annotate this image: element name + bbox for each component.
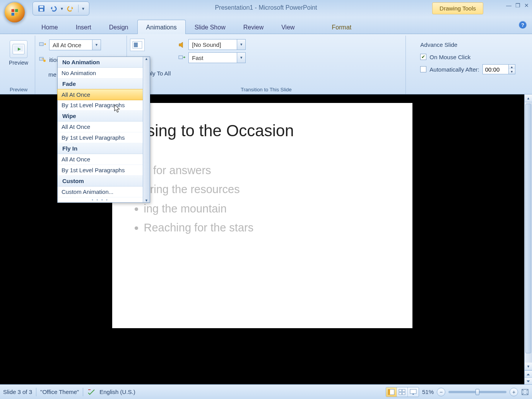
help-button[interactable]: ? bbox=[519, 21, 527, 29]
time-up-button[interactable]: ▲ bbox=[509, 65, 515, 69]
svg-rect-3 bbox=[12, 13, 15, 16]
close-button[interactable]: ✕ bbox=[524, 2, 529, 9]
contextual-tab-drawing-tools: Drawing Tools bbox=[432, 2, 483, 14]
slide-canvas[interactable]: Rising to the Occasion h for answers eri… bbox=[112, 103, 412, 328]
transition-sound-dropdown[interactable]: [No Sound] ▼ bbox=[188, 39, 246, 50]
group-transition-label: Transition to This Slide bbox=[130, 86, 402, 94]
animate-dropdown[interactable]: All At Once ▼ bbox=[49, 39, 101, 50]
transition-gallery[interactable] bbox=[130, 39, 171, 51]
bullet-item: ering the resources bbox=[144, 180, 254, 199]
animate-icon bbox=[38, 41, 47, 49]
zoom-slider[interactable] bbox=[448, 391, 506, 393]
restore-button[interactable]: ❐ bbox=[515, 2, 520, 9]
sorter-view-button[interactable] bbox=[397, 387, 408, 397]
auto-after-time-spinner[interactable]: ▲ ▼ bbox=[482, 64, 515, 74]
next-slide-button[interactable]: ⏷ bbox=[525, 377, 532, 384]
qat-customize-dropdown[interactable]: ▼ bbox=[80, 7, 86, 11]
transition-speed-dropdown[interactable]: Fast ▼ bbox=[188, 52, 246, 63]
spellcheck-icon[interactable] bbox=[87, 388, 96, 396]
scroll-up-icon[interactable]: ▲ bbox=[145, 57, 148, 61]
auto-after-checkbox[interactable] bbox=[420, 66, 426, 72]
dd-item-wipe-by-1st[interactable]: By 1st Level Paragraphs bbox=[58, 132, 143, 143]
svg-point-13 bbox=[43, 60, 46, 62]
slide-title[interactable]: Rising to the Occasion bbox=[132, 122, 294, 140]
vertical-scrollbar[interactable]: ▲ ▼ ⏶ ⏷ bbox=[524, 94, 532, 384]
dd-item-fade-by-1st[interactable]: By 1st Level Paragraphs bbox=[58, 100, 143, 111]
chevron-down-icon[interactable]: ▼ bbox=[237, 53, 245, 63]
svg-rect-22 bbox=[402, 389, 405, 392]
scroll-up-button[interactable]: ▲ bbox=[525, 94, 532, 102]
dd-item-fly-in-all-at-once[interactable]: All At Once bbox=[58, 154, 143, 165]
bullet-item: Reaching for the stars bbox=[144, 218, 254, 237]
dd-header-fade: Fade bbox=[58, 79, 143, 89]
time-down-button[interactable]: ▼ bbox=[509, 69, 515, 74]
undo-button[interactable] bbox=[48, 3, 58, 14]
custom-animation-icon bbox=[38, 55, 47, 64]
tab-home[interactable]: Home bbox=[33, 20, 67, 34]
tab-review[interactable]: Review bbox=[234, 20, 272, 34]
group-advance-slide: Advance Slide ✔ On Mouse Click Automatic… bbox=[406, 36, 530, 94]
undo-dropdown[interactable]: ▼ bbox=[59, 7, 65, 11]
office-button[interactable] bbox=[4, 2, 26, 23]
dd-item-no-animation[interactable]: No Animation bbox=[58, 68, 143, 79]
svg-rect-4 bbox=[15, 13, 18, 16]
dd-header-custom: Custom bbox=[58, 176, 143, 187]
group-preview: Preview Preview bbox=[2, 36, 35, 94]
chevron-down-icon[interactable]: ▼ bbox=[92, 40, 101, 50]
language-status[interactable]: English (U.S.) bbox=[99, 389, 135, 395]
auto-after-label: Automatically After: bbox=[429, 66, 479, 73]
dd-item-fade-all-at-once[interactable]: All At Once bbox=[57, 89, 143, 100]
slide-bullets[interactable]: h for answers ering the resources ing th… bbox=[134, 161, 254, 237]
tab-format[interactable]: Format bbox=[323, 20, 361, 34]
slide-number-status: Slide 3 of 3 bbox=[3, 389, 32, 395]
dd-item-custom-animation[interactable]: Custom Animation... bbox=[58, 187, 143, 197]
ribbon-tabs: Home Insert Design Animations Slide Show… bbox=[0, 17, 532, 34]
dd-item-fly-in-by-1st[interactable]: By 1st Level Paragraphs bbox=[58, 165, 143, 176]
dd-item-wipe-all-at-once[interactable]: All At Once bbox=[58, 122, 143, 132]
dropdown-scrollbar[interactable]: ▲ ▼ bbox=[143, 57, 150, 202]
zoom-in-button[interactable]: + bbox=[510, 388, 518, 396]
tab-view[interactable]: View bbox=[272, 20, 303, 34]
svg-rect-23 bbox=[399, 392, 402, 395]
dd-header-wipe: Wipe bbox=[58, 111, 143, 122]
quick-access-toolbar: ▼ ▼ bbox=[33, 2, 89, 15]
advance-slide-header: Advance Slide bbox=[420, 39, 515, 50]
auto-after-time-value[interactable] bbox=[483, 65, 508, 74]
svg-rect-25 bbox=[410, 389, 416, 394]
chevron-down-icon[interactable]: ▼ bbox=[237, 39, 245, 50]
svg-rect-11 bbox=[39, 43, 43, 46]
svg-rect-26 bbox=[412, 394, 414, 395]
tab-slide-show[interactable]: Slide Show bbox=[186, 20, 234, 34]
dropdown-resize-handle[interactable]: • • • • bbox=[58, 197, 143, 202]
minimize-button[interactable]: — bbox=[506, 2, 511, 9]
fit-to-window-button[interactable] bbox=[521, 389, 529, 396]
svg-rect-18 bbox=[179, 56, 183, 59]
svg-rect-20 bbox=[388, 389, 390, 395]
scroll-down-button[interactable]: ▼ bbox=[525, 363, 532, 370]
statusbar: Slide 3 of 3 "Office Theme" English (U.S… bbox=[0, 384, 532, 399]
preview-button[interactable]: Preview bbox=[5, 39, 32, 67]
transition-none[interactable] bbox=[130, 39, 145, 51]
zoom-out-button[interactable]: − bbox=[437, 388, 445, 396]
window-controls: — ❐ ✕ bbox=[506, 2, 529, 9]
svg-rect-7 bbox=[40, 9, 43, 11]
preview-label: Preview bbox=[9, 60, 28, 66]
svg-rect-6 bbox=[39, 6, 43, 8]
slideshow-view-button[interactable] bbox=[408, 387, 419, 397]
scrollbar-thumb[interactable] bbox=[525, 104, 531, 353]
scroll-down-icon[interactable]: ▼ bbox=[145, 199, 148, 202]
redo-button[interactable] bbox=[65, 3, 76, 14]
svg-rect-24 bbox=[402, 392, 405, 395]
on-mouse-click-checkbox[interactable]: ✔ bbox=[420, 54, 426, 60]
speed-value: Fast bbox=[189, 55, 237, 61]
normal-view-button[interactable] bbox=[386, 387, 397, 397]
tab-animations[interactable]: Animations bbox=[137, 20, 186, 34]
tab-insert[interactable]: Insert bbox=[67, 20, 100, 34]
svg-rect-1 bbox=[12, 9, 15, 12]
titlebar: ▼ ▼ Presentation1 - Microsoft PowerPoint… bbox=[0, 0, 532, 17]
prev-slide-button[interactable]: ⏶ bbox=[525, 370, 532, 377]
zoom-value[interactable]: 51% bbox=[422, 389, 434, 395]
save-button[interactable] bbox=[36, 3, 47, 14]
tab-design[interactable]: Design bbox=[100, 20, 137, 34]
zoom-slider-thumb[interactable] bbox=[476, 389, 479, 395]
